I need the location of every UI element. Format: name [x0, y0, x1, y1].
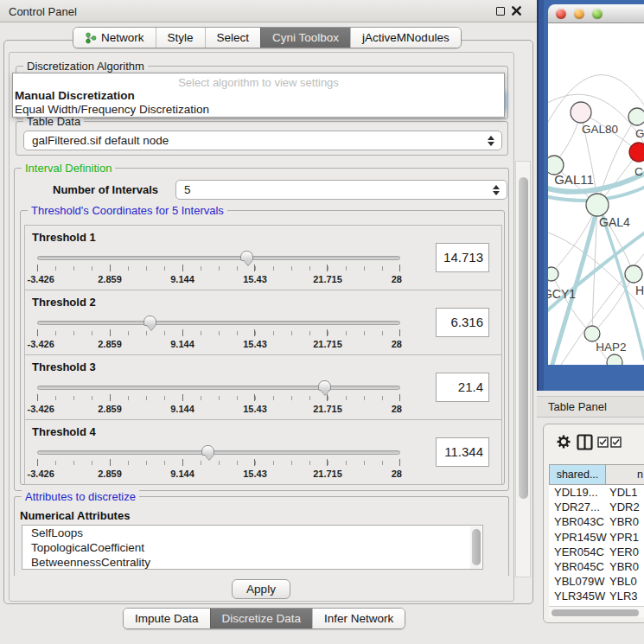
slider-track[interactable] [37, 450, 400, 455]
apply-button[interactable]: Apply [232, 579, 290, 599]
control-panel: Control Panel Network Style Select Cyni … [0, 0, 537, 644]
threshold-label: Threshold 4 [32, 425, 96, 438]
tick-label: -3.426 [28, 404, 54, 414]
tick-label: 21.715 [313, 339, 342, 349]
threshold-4-value[interactable]: 11.344 [436, 437, 489, 467]
list-item[interactable]: BetweennessCentrality [22, 555, 482, 570]
numerical-attributes-list: SelfLoops TopologicalCoefficient Between… [22, 525, 483, 570]
cyni-mode-tabs: Impute Data Discretize Data Infer Networ… [123, 608, 405, 629]
scrollbar-thumb[interactable] [519, 177, 528, 499]
node-top-right[interactable] [628, 108, 644, 125]
threshold-1-slider[interactable]: -3.426 2.859 9.144 15.43 21.715 28 [37, 252, 400, 290]
threshold-2-row: Threshold 2 -3.426 2.859 9.144 15.43 21.… [24, 290, 502, 355]
slider-thumb[interactable] [201, 445, 214, 456]
close-traffic-light[interactable] [556, 9, 566, 19]
slider-track[interactable] [37, 256, 400, 260]
tab-label: Discretize Data [222, 612, 302, 625]
tab-cyni-toolbox[interactable]: Cyni Toolbox [260, 28, 350, 48]
slider-thumb[interactable] [143, 316, 156, 326]
column-header-shared[interactable]: shared... [549, 464, 606, 485]
threshold-2-slider[interactable]: -3.426 2.859 9.144 15.43 21.715 28 [37, 316, 400, 354]
control-panel-titlebar: Control Panel [0, 0, 537, 22]
table-row[interactable]: YDR27...YDR2 [549, 500, 644, 514]
node-label: GA [635, 127, 644, 140]
tab-network[interactable]: Network [73, 28, 156, 48]
float-window-icon[interactable] [496, 7, 505, 16]
tick-label: 21.715 [313, 274, 342, 284]
slider-thumb[interactable] [318, 380, 331, 391]
dropdown-option-equal-width[interactable]: Equal Width/Frequency Discretization [15, 103, 209, 116]
table-row[interactable]: YPR145WYPR1 [549, 530, 644, 545]
checkbox-icon[interactable] [610, 437, 622, 448]
scrollbar-thumb[interactable] [552, 609, 639, 616]
table-data-value: galFiltered.sif default node [32, 134, 169, 147]
tick-label: 15.43 [243, 274, 267, 284]
number-of-intervals-combobox[interactable]: 5 [175, 180, 507, 200]
slider-track[interactable] [37, 386, 400, 390]
threshold-3-value[interactable]: 21.4 [436, 373, 489, 402]
dropdown-option-manual[interactable]: Manual Discretization [15, 89, 135, 102]
zoom-traffic-light[interactable] [592, 9, 603, 19]
tab-style[interactable]: Style [156, 28, 205, 48]
column-layout-icon[interactable] [577, 434, 593, 450]
checkbox-icon[interactable] [597, 437, 609, 448]
node-label: GCY1 [548, 287, 576, 301]
slider-thumb[interactable] [240, 251, 253, 261]
settings-scrollbar[interactable] [515, 161, 531, 577]
tab-label: Impute Data [135, 612, 199, 625]
node-gcy1[interactable] [548, 267, 558, 281]
tick-label: 28 [392, 274, 402, 284]
node-h[interactable] [625, 265, 642, 283]
tab-discretize-data[interactable]: Discretize Data [210, 609, 313, 628]
dropdown-hint: Select algorithm to view settings [13, 76, 504, 89]
group-title: Threshold's Coordinates for 5 Intervals [28, 204, 227, 217]
algorithm-dropdown-popup: Select algorithm to view settings Manual… [12, 73, 505, 118]
node-label: GAL11 [554, 172, 594, 187]
tab-label: Style [168, 31, 194, 44]
slider-track[interactable] [37, 321, 400, 325]
tick-label: 15.43 [243, 469, 267, 479]
combo-arrows-icon [488, 136, 494, 146]
threshold-1-value[interactable]: 14.713 [436, 243, 489, 272]
minimize-traffic-light[interactable] [574, 9, 584, 19]
network-icon [85, 32, 97, 44]
table-row[interactable]: YBR043CYBR0 [549, 514, 644, 529]
threshold-3-row: Threshold 3 -3.426 2.859 9.144 15.43 21.… [24, 354, 502, 420]
network-view-canvas[interactable]: GAL80 GA C GAL11 GAL4 GCY1 H HAP2 [548, 23, 644, 365]
tab-label: jActiveMNodules [362, 31, 450, 44]
node-hap2[interactable] [584, 326, 600, 341]
network-window-titlebar[interactable] [548, 4, 644, 23]
threshold-3-slider[interactable]: -3.426 2.859 9.144 15.43 21.715 28 [37, 381, 400, 419]
tick-label: 2.859 [98, 404, 122, 414]
tick-label: 15.43 [243, 404, 267, 414]
node-bottom[interactable] [607, 354, 622, 365]
node-gal80[interactable] [571, 102, 591, 123]
attributes-group: Attributes to discretize Numerical Attri… [14, 496, 509, 576]
table-row[interactable]: YLR345WYLR3 [549, 589, 644, 603]
tab-select[interactable]: Select [205, 28, 261, 48]
list-item[interactable]: TopologicalCoefficient [22, 540, 482, 555]
tick-label: -3.426 [28, 469, 54, 479]
table-data-group: Table Data galFiltered.sif default node [16, 121, 508, 156]
node-gal4[interactable] [586, 194, 609, 216]
threshold-4-slider[interactable]: -3.426 2.859 9.144 15.43 21.715 28 [37, 446, 400, 484]
node-selected-red[interactable] [629, 143, 644, 162]
table-row[interactable]: YBL079WYBL0 [549, 574, 644, 589]
table-data-combobox[interactable]: galFiltered.sif default node [23, 131, 502, 150]
tab-impute-data[interactable]: Impute Data [124, 609, 210, 628]
node-label: C [634, 165, 643, 178]
table-row[interactable]: YBR045CYBR0 [549, 559, 644, 574]
column-header-name[interactable]: n [606, 464, 644, 485]
close-icon[interactable] [512, 6, 521, 16]
table-horizontal-scrollbar[interactable] [549, 606, 644, 617]
threshold-2-value[interactable]: 6.316 [436, 308, 489, 337]
table-row[interactable]: YER054CYER0 [549, 545, 644, 559]
tick-label: -3.426 [28, 339, 54, 349]
list-item[interactable]: SelfLoops [22, 526, 482, 540]
table-row[interactable]: YDL19...YDL1 [549, 485, 644, 500]
tab-jactivemnodules[interactable]: jActiveMNodules [350, 28, 461, 48]
list-scrollbar[interactable] [470, 526, 481, 570]
tab-infer-network[interactable]: Infer Network [312, 609, 405, 628]
gear-icon[interactable] [556, 434, 571, 450]
tick-label: 21.715 [313, 404, 342, 414]
